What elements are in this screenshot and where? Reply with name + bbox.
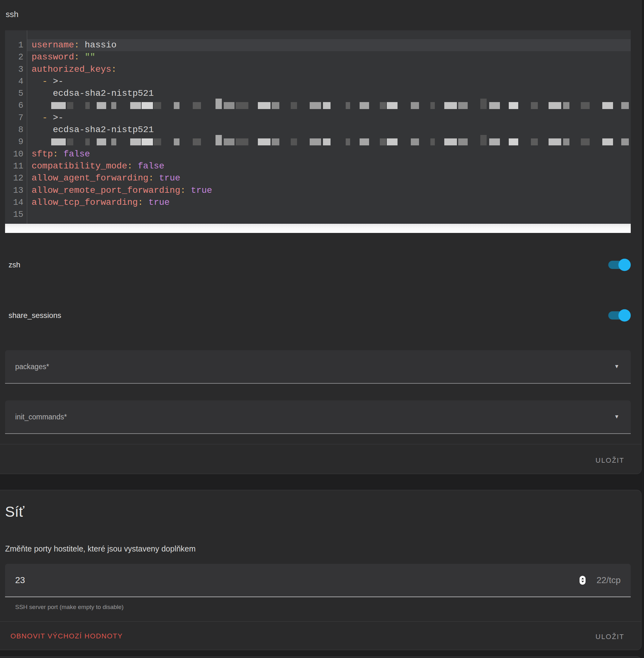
- editor-code-area[interactable]: 1username: hassio2password: ""3authorize…: [5, 30, 631, 224]
- chevron-down-icon: ▼: [614, 363, 619, 370]
- redacted-key-blocks: [51, 138, 631, 145]
- line-number: 6: [5, 99, 27, 112]
- init-commands-dropdown[interactable]: init_commands* ▼: [5, 401, 631, 434]
- line-number: 1: [5, 39, 27, 51]
- share-sessions-toggle-label: share_sessions: [8, 311, 61, 320]
- port-number-stepper[interactable]: [579, 576, 585, 585]
- network-section-description: Změňte porty hostitele, které jsou vysta…: [5, 544, 196, 553]
- code-line-content[interactable]: allow_remote_port_forwarding: true: [27, 185, 631, 197]
- share-sessions-toggle[interactable]: [608, 311, 629, 319]
- code-line-content[interactable]: allow_agent_forwarding: true: [27, 172, 631, 184]
- code-line-content[interactable]: sftp: false: [27, 148, 631, 160]
- code-line-content[interactable]: - >-: [27, 75, 631, 88]
- code-line[interactable]: 3authorized_keys:: [5, 64, 631, 75]
- code-line[interactable]: 13allow_remote_port_forwarding: true: [5, 185, 631, 197]
- code-line-content[interactable]: - >-: [27, 112, 631, 124]
- code-line-content[interactable]: [27, 209, 631, 221]
- code-line[interactable]: 1username: hassio: [5, 39, 631, 51]
- line-number: 8: [5, 124, 27, 136]
- code-line[interactable]: 4 - >-: [5, 75, 631, 88]
- code-line[interactable]: 2password: "": [5, 51, 631, 63]
- code-line[interactable]: 7 - >-: [5, 112, 631, 124]
- ssh-option-label: ssh: [6, 9, 18, 19]
- code-line-content[interactable]: ecdsa-sha2-nistp521: [27, 124, 631, 136]
- line-number: 11: [5, 160, 27, 172]
- stepper-divider: [580, 580, 584, 580]
- network-section-title: Síť: [5, 503, 24, 520]
- line-number: 3: [5, 64, 27, 75]
- port-input[interactable]: 23: [15, 575, 25, 585]
- line-number: 13: [5, 185, 27, 197]
- packages-dropdown[interactable]: packages* ▼: [5, 350, 631, 384]
- code-line[interactable]: 15: [5, 209, 631, 221]
- code-line-content[interactable]: ecdsa-sha2-nistp521: [27, 88, 631, 99]
- port-helper-text: SSH server port (make empty to disable): [15, 604, 123, 611]
- code-line-content[interactable]: username: hassio: [27, 39, 631, 51]
- save-config-button[interactable]: ULOŽIT: [596, 456, 624, 464]
- code-line-content[interactable]: compatibility_mode: false: [27, 160, 631, 172]
- line-number: 4: [5, 75, 27, 88]
- code-line[interactable]: 6: [5, 99, 631, 112]
- code-line-content[interactable]: allow_tcp_forwarding: true: [27, 197, 631, 209]
- editor-horizontal-scrollbar[interactable]: [5, 224, 631, 233]
- line-number: 15: [5, 209, 27, 221]
- gutter-separator: [27, 30, 27, 224]
- next-card-edge: [0, 656, 642, 658]
- line-number: 12: [5, 172, 27, 184]
- addon-config-page: ssh 1username: hassio2password: ""3autho…: [0, 0, 644, 658]
- zsh-toggle[interactable]: [608, 261, 629, 269]
- card2-footer-divider: [0, 621, 642, 622]
- redacted-key-blocks: [51, 102, 631, 109]
- line-number: 14: [5, 197, 27, 209]
- stepper-up-icon[interactable]: [581, 578, 584, 579]
- line-number: 9: [5, 136, 27, 148]
- line-number: 2: [5, 51, 27, 63]
- line-number: 5: [5, 88, 27, 99]
- packages-dropdown-label: packages*: [15, 363, 49, 371]
- ssh-port-field[interactable]: 23 22/tcp: [5, 564, 631, 597]
- save-network-button[interactable]: ULOŽIT: [596, 633, 624, 641]
- code-line[interactable]: 12allow_agent_forwarding: true: [5, 172, 631, 184]
- init-commands-dropdown-label: init_commands*: [15, 413, 67, 421]
- reset-defaults-button[interactable]: OBNOVIT VÝCHOZÍ HODNOTY: [10, 632, 122, 640]
- code-line-content[interactable]: [27, 136, 631, 148]
- code-line-content[interactable]: [27, 99, 631, 112]
- code-line[interactable]: 5 ecdsa-sha2-nistp521: [5, 88, 631, 99]
- line-number: 7: [5, 112, 27, 124]
- chevron-down-icon: ▼: [614, 414, 619, 420]
- code-line-content[interactable]: password: "": [27, 51, 631, 63]
- yaml-editor[interactable]: 1username: hassio2password: ""3authorize…: [5, 30, 631, 233]
- code-line[interactable]: 14allow_tcp_forwarding: true: [5, 197, 631, 209]
- code-line[interactable]: 11compatibility_mode: false: [5, 160, 631, 172]
- zsh-toggle-label: zsh: [8, 260, 20, 269]
- stepper-down-icon[interactable]: [581, 581, 584, 583]
- code-lines: 1username: hassio2password: ""3authorize…: [5, 39, 631, 221]
- code-line[interactable]: 9: [5, 136, 631, 148]
- container-port-suffix: 22/tcp: [597, 575, 621, 585]
- code-line[interactable]: 8 ecdsa-sha2-nistp521: [5, 124, 631, 136]
- line-number: 10: [5, 148, 27, 160]
- code-line[interactable]: 10sftp: false: [5, 148, 631, 160]
- code-line-content[interactable]: authorized_keys:: [27, 64, 631, 75]
